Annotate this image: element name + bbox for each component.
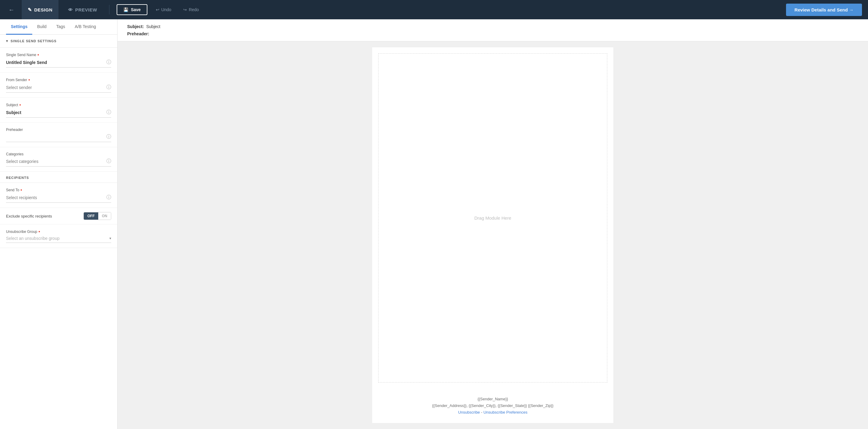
required-indicator: • xyxy=(21,188,22,193)
footer-sender-address: {{Sender_Address}}, {{Sender_City}}, {{S… xyxy=(379,402,606,409)
unsubscribe-group-placeholder: Select an unsubscribe group xyxy=(6,236,110,241)
sidebar-tabs: Settings Build Tags A/B Testing xyxy=(0,19,117,35)
email-canvas-wrapper: Drag Module Here {{Sender_Name}} {{Sende… xyxy=(118,41,868,429)
subject-label-text: Subject: xyxy=(127,24,144,29)
undo-icon: ↩ xyxy=(156,7,159,12)
preview-tab[interactable]: 👁 PREVIEW xyxy=(63,7,102,12)
subject-input-row: ⓘ xyxy=(6,109,111,118)
redo-button[interactable]: ↪ Redo xyxy=(180,5,202,15)
chevron-down-icon[interactable]: ▾ xyxy=(110,236,111,240)
review-send-button[interactable]: Review Details and Send → xyxy=(786,4,862,16)
design-tab[interactable]: ✎ DESIGN xyxy=(22,0,59,19)
categories-label: Categories xyxy=(6,152,111,156)
back-arrow-icon: ← xyxy=(8,6,14,13)
toggle-off-option[interactable]: OFF xyxy=(84,212,98,220)
unsubscribe-preferences-link[interactable]: Unsubscribe Preferences xyxy=(484,410,527,414)
unsubscribe-link[interactable]: Unsubscribe xyxy=(458,410,481,414)
single-send-name-label: Single Send Name • xyxy=(6,53,111,57)
save-label: Save xyxy=(131,7,141,12)
preheader-input-row: ⓘ xyxy=(6,134,111,142)
tab-settings[interactable]: Settings xyxy=(6,19,32,35)
preheader-row: Preheader: xyxy=(127,31,858,36)
info-icon[interactable]: ⓘ xyxy=(106,194,111,201)
send-to-field: Send To • ⓘ xyxy=(0,183,117,208)
info-icon[interactable]: ⓘ xyxy=(106,134,111,140)
drag-module-zone[interactable]: Drag Module Here xyxy=(378,53,607,382)
send-to-input[interactable] xyxy=(6,195,106,200)
from-sender-field: From Sender • ⓘ xyxy=(0,73,117,98)
sidebar: Settings Build Tags A/B Testing ▾ SINGLE… xyxy=(0,19,118,429)
undo-button[interactable]: ↩ Undo xyxy=(152,5,175,15)
info-icon[interactable]: ⓘ xyxy=(106,84,111,90)
categories-field: Categories ⓘ xyxy=(0,147,117,172)
eye-icon: 👁 xyxy=(68,7,73,12)
exclude-recipients-label: Exclude specific recipients xyxy=(6,214,52,219)
design-tab-label: DESIGN xyxy=(34,7,53,12)
undo-label: Undo xyxy=(161,7,171,12)
categories-input[interactable] xyxy=(6,159,106,164)
dash-separator: - xyxy=(481,410,484,414)
review-send-label: Review Details and Send → xyxy=(795,7,854,12)
tab-tags[interactable]: Tags xyxy=(51,19,70,35)
exclude-recipients-toggle[interactable]: OFF ON xyxy=(84,212,111,220)
exclude-recipients-row: Exclude specific recipients OFF ON xyxy=(0,208,117,225)
from-sender-input[interactable] xyxy=(6,85,106,90)
info-icon[interactable]: ⓘ xyxy=(106,158,111,165)
send-to-input-row: ⓘ xyxy=(6,194,111,203)
single-send-name-input-row: ⓘ xyxy=(6,59,111,67)
email-canvas: Drag Module Here {{Sender_Name}} {{Sende… xyxy=(372,47,613,423)
preview-tab-label: PREVIEW xyxy=(75,7,97,12)
single-send-name-field: Single Send Name • ⓘ xyxy=(0,48,117,73)
required-indicator: • xyxy=(19,103,21,107)
subject-input[interactable] xyxy=(6,110,106,115)
from-sender-label: From Sender • xyxy=(6,78,111,82)
subject-row: Subject: Subject xyxy=(127,24,858,29)
send-to-label: Send To • xyxy=(6,188,111,193)
unsubscribe-group-label: Unsubscribe Group • xyxy=(6,229,111,234)
save-icon: 💾 xyxy=(123,7,128,12)
subject-label: Subject • xyxy=(6,103,111,107)
back-button[interactable]: ← xyxy=(6,4,17,16)
preview-area: Subject: Subject Preheader: Drag Module … xyxy=(118,19,868,429)
info-icon[interactable]: ⓘ xyxy=(106,109,111,116)
single-send-header-label: SINGLE SEND SETTINGS xyxy=(10,39,57,43)
subject-field: Subject • ⓘ xyxy=(0,98,117,123)
preheader-input[interactable] xyxy=(6,135,106,139)
toggle-on-option[interactable]: ON xyxy=(98,212,111,220)
subject-value-text: Subject xyxy=(146,24,160,29)
unsubscribe-group-dropdown-row[interactable]: Select an unsubscribe group ▾ xyxy=(6,236,111,243)
chevron-collapse-icon: ▾ xyxy=(6,39,8,43)
redo-icon: ↪ xyxy=(183,7,187,12)
recipients-section-header: RECIPIENTS xyxy=(0,172,117,183)
nav-divider xyxy=(109,5,110,15)
main-layout: Settings Build Tags A/B Testing ▾ SINGLE… xyxy=(0,19,868,429)
drag-module-text: Drag Module Here xyxy=(474,216,512,221)
preheader-field: Preheader ⓘ xyxy=(0,123,117,147)
single-send-section-header[interactable]: ▾ SINGLE SEND SETTINGS xyxy=(0,35,117,48)
pencil-icon: ✎ xyxy=(28,7,32,13)
redo-label: Redo xyxy=(189,7,198,12)
save-button[interactable]: 💾 Save xyxy=(117,4,147,15)
required-indicator: • xyxy=(37,53,39,57)
tab-abtesting[interactable]: A/B Testing xyxy=(70,19,101,35)
tab-build[interactable]: Build xyxy=(32,19,51,35)
from-sender-input-row: ⓘ xyxy=(6,84,111,93)
email-footer: {{Sender_Name}} {{Sender_Address}}, {{Se… xyxy=(372,389,613,423)
required-indicator: • xyxy=(38,229,40,234)
categories-input-row: ⓘ xyxy=(6,158,111,167)
footer-sender-name: {{Sender_Name}} xyxy=(379,396,606,402)
subject-preheader-bar: Subject: Subject Preheader: xyxy=(118,19,868,41)
unsubscribe-group-field: Unsubscribe Group • Select an unsubscrib… xyxy=(0,225,117,248)
preheader-label-text: Preheader: xyxy=(127,31,149,36)
preheader-label: Preheader xyxy=(6,127,111,132)
top-nav: ← ✎ DESIGN 👁 PREVIEW 💾 Save ↩ Undo ↪ Red… xyxy=(0,0,868,19)
single-send-name-input[interactable] xyxy=(6,60,106,65)
info-icon[interactable]: ⓘ xyxy=(106,59,111,65)
footer-links: Unsubscribe - Unsubscribe Preferences xyxy=(379,409,606,416)
required-indicator: • xyxy=(28,78,30,82)
